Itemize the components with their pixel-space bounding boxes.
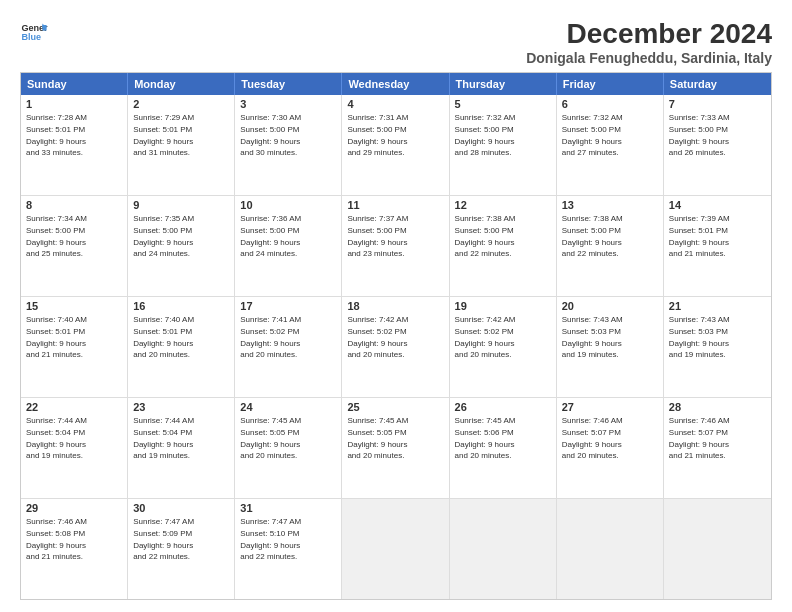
cell-3-6: 28Sunrise: 7:46 AMSunset: 5:07 PMDayligh… — [664, 398, 771, 498]
header-monday: Monday — [128, 73, 235, 95]
cell-4-3 — [342, 499, 449, 599]
header-tuesday: Tuesday — [235, 73, 342, 95]
cell-0-1: 2Sunrise: 7:29 AMSunset: 5:01 PMDaylight… — [128, 95, 235, 195]
cell-2-1: 16Sunrise: 7:40 AMSunset: 5:01 PMDayligh… — [128, 297, 235, 397]
cell-2-5: 20Sunrise: 7:43 AMSunset: 5:03 PMDayligh… — [557, 297, 664, 397]
cell-3-1: 23Sunrise: 7:44 AMSunset: 5:04 PMDayligh… — [128, 398, 235, 498]
svg-text:Blue: Blue — [21, 32, 41, 42]
calendar-body: 1Sunrise: 7:28 AMSunset: 5:01 PMDaylight… — [21, 95, 771, 599]
logo-icon: General Blue — [20, 18, 48, 46]
header: General Blue December 2024 Donigala Fenu… — [20, 18, 772, 66]
cell-1-1: 9Sunrise: 7:35 AMSunset: 5:00 PMDaylight… — [128, 196, 235, 296]
cell-0-6: 7Sunrise: 7:33 AMSunset: 5:00 PMDaylight… — [664, 95, 771, 195]
calendar-row-1: 8Sunrise: 7:34 AMSunset: 5:00 PMDaylight… — [21, 196, 771, 297]
cell-3-3: 25Sunrise: 7:45 AMSunset: 5:05 PMDayligh… — [342, 398, 449, 498]
cell-0-3: 4Sunrise: 7:31 AMSunset: 5:00 PMDaylight… — [342, 95, 449, 195]
calendar-row-2: 15Sunrise: 7:40 AMSunset: 5:01 PMDayligh… — [21, 297, 771, 398]
cell-2-6: 21Sunrise: 7:43 AMSunset: 5:03 PMDayligh… — [664, 297, 771, 397]
header-thursday: Thursday — [450, 73, 557, 95]
cell-3-2: 24Sunrise: 7:45 AMSunset: 5:05 PMDayligh… — [235, 398, 342, 498]
main-title: December 2024 — [526, 18, 772, 50]
calendar-header: Sunday Monday Tuesday Wednesday Thursday… — [21, 73, 771, 95]
calendar-row-4: 29Sunrise: 7:46 AMSunset: 5:08 PMDayligh… — [21, 499, 771, 599]
header-saturday: Saturday — [664, 73, 771, 95]
cell-0-4: 5Sunrise: 7:32 AMSunset: 5:00 PMDaylight… — [450, 95, 557, 195]
subtitle: Donigala Fenugheddu, Sardinia, Italy — [526, 50, 772, 66]
page: General Blue December 2024 Donigala Fenu… — [0, 0, 792, 612]
cell-1-3: 11Sunrise: 7:37 AMSunset: 5:00 PMDayligh… — [342, 196, 449, 296]
calendar-row-0: 1Sunrise: 7:28 AMSunset: 5:01 PMDaylight… — [21, 95, 771, 196]
logo: General Blue — [20, 18, 48, 46]
cell-1-0: 8Sunrise: 7:34 AMSunset: 5:00 PMDaylight… — [21, 196, 128, 296]
header-sunday: Sunday — [21, 73, 128, 95]
cell-1-5: 13Sunrise: 7:38 AMSunset: 5:00 PMDayligh… — [557, 196, 664, 296]
cell-1-2: 10Sunrise: 7:36 AMSunset: 5:00 PMDayligh… — [235, 196, 342, 296]
cell-1-6: 14Sunrise: 7:39 AMSunset: 5:01 PMDayligh… — [664, 196, 771, 296]
cell-0-2: 3Sunrise: 7:30 AMSunset: 5:00 PMDaylight… — [235, 95, 342, 195]
cell-1-4: 12Sunrise: 7:38 AMSunset: 5:00 PMDayligh… — [450, 196, 557, 296]
cell-4-4 — [450, 499, 557, 599]
cell-2-4: 19Sunrise: 7:42 AMSunset: 5:02 PMDayligh… — [450, 297, 557, 397]
cell-4-5 — [557, 499, 664, 599]
cell-0-0: 1Sunrise: 7:28 AMSunset: 5:01 PMDaylight… — [21, 95, 128, 195]
cell-0-5: 6Sunrise: 7:32 AMSunset: 5:00 PMDaylight… — [557, 95, 664, 195]
cell-3-4: 26Sunrise: 7:45 AMSunset: 5:06 PMDayligh… — [450, 398, 557, 498]
cell-3-0: 22Sunrise: 7:44 AMSunset: 5:04 PMDayligh… — [21, 398, 128, 498]
cell-3-5: 27Sunrise: 7:46 AMSunset: 5:07 PMDayligh… — [557, 398, 664, 498]
cell-4-6 — [664, 499, 771, 599]
cell-4-0: 29Sunrise: 7:46 AMSunset: 5:08 PMDayligh… — [21, 499, 128, 599]
cell-2-3: 18Sunrise: 7:42 AMSunset: 5:02 PMDayligh… — [342, 297, 449, 397]
calendar-row-3: 22Sunrise: 7:44 AMSunset: 5:04 PMDayligh… — [21, 398, 771, 499]
cell-4-1: 30Sunrise: 7:47 AMSunset: 5:09 PMDayligh… — [128, 499, 235, 599]
header-wednesday: Wednesday — [342, 73, 449, 95]
header-friday: Friday — [557, 73, 664, 95]
title-section: December 2024 Donigala Fenugheddu, Sardi… — [526, 18, 772, 66]
cell-2-0: 15Sunrise: 7:40 AMSunset: 5:01 PMDayligh… — [21, 297, 128, 397]
cell-4-2: 31Sunrise: 7:47 AMSunset: 5:10 PMDayligh… — [235, 499, 342, 599]
cell-2-2: 17Sunrise: 7:41 AMSunset: 5:02 PMDayligh… — [235, 297, 342, 397]
svg-marker-3 — [42, 25, 46, 31]
calendar: Sunday Monday Tuesday Wednesday Thursday… — [20, 72, 772, 600]
